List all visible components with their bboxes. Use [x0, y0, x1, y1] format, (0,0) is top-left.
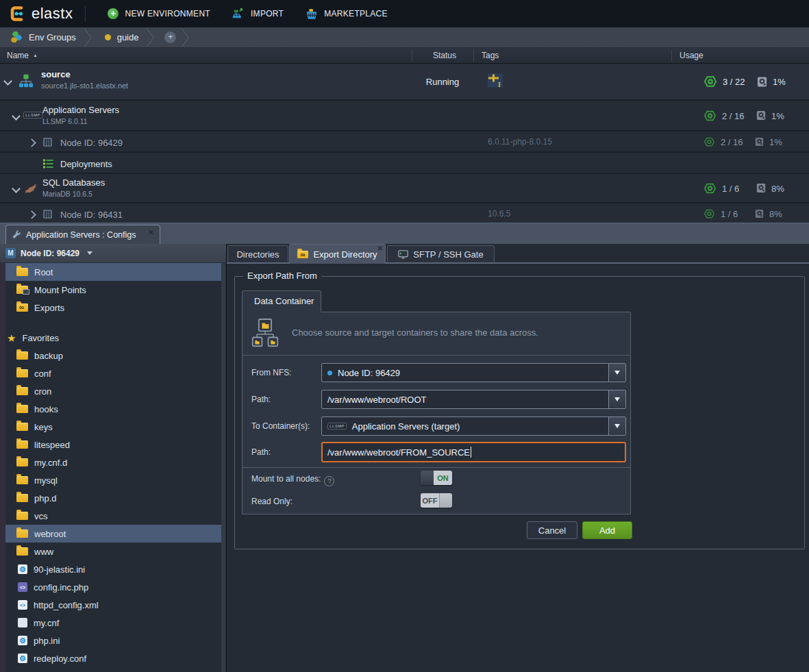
- configs-content: Directories Export Directory ✕ SFTP / SS…: [227, 244, 809, 672]
- tab-sftp-ssh-gate[interactable]: SFTP / SSH Gate: [387, 245, 495, 262]
- column-header-status[interactable]: Status: [433, 51, 456, 60]
- tree-folder-conf[interactable]: conf: [5, 364, 221, 382]
- collapse-chevron-icon[interactable]: [12, 184, 21, 193]
- tree-item-root[interactable]: Root: [5, 263, 221, 281]
- tree-folder-mysql[interactable]: mysql: [5, 471, 221, 489]
- tree-folder-php-d[interactable]: php.d: [5, 489, 221, 507]
- brand-logo[interactable]: elastx: [8, 4, 73, 23]
- source-path-combo[interactable]: /var/www/webroot/ROOT: [321, 390, 626, 409]
- tree-section-favorites[interactable]: ★ Favorites: [5, 329, 221, 347]
- app-window: elastx + NEW ENVIRONMENT IMPORT: [0, 0, 809, 672]
- column-header-usage[interactable]: Usage: [680, 51, 704, 60]
- chevron-down-icon: [87, 251, 92, 255]
- target-path-input[interactable]: /var/www/webroot/FROM_SOURCE: [321, 442, 626, 462]
- node-group-row-app-servers[interactable]: LLSMP Application Servers LLSMP 6.0.11 2…: [0, 99, 809, 130]
- tree-file-httpd-config-xml[interactable]: <>httpd_config.xml: [5, 596, 221, 614]
- tree-folder-keys[interactable]: keys: [5, 418, 221, 436]
- php-file-icon: <>: [18, 582, 27, 592]
- marketplace-button[interactable]: MARKETPLACE: [306, 8, 388, 20]
- deployments-row[interactable]: Deployments: [0, 151, 809, 173]
- add-env-group-button[interactable]: +: [164, 32, 176, 43]
- chevron-down-icon: [614, 424, 620, 428]
- node-group-row-sql[interactable]: SQL Databases MariaDB 10.6.5 1 / 6 8%: [0, 173, 809, 202]
- new-environment-button[interactable]: + NEW ENVIRONMENT: [108, 8, 210, 19]
- help-icon[interactable]: ?: [324, 476, 334, 486]
- close-icon[interactable]: ✕: [148, 228, 154, 237]
- add-button[interactable]: Add: [582, 521, 632, 539]
- from-nfs-combo[interactable]: Node ID: 96429: [321, 363, 626, 382]
- folder-icon: [16, 387, 28, 395]
- column-divider: [671, 49, 672, 62]
- breadcrumb-env-groups[interactable]: Env Groups: [0, 31, 86, 44]
- sort-asc-icon: ▲: [33, 53, 38, 58]
- configs-panel-tab[interactable]: Application Servers : Configs ✕: [5, 225, 160, 245]
- cloudlets-usage: 2 / 16: [722, 110, 756, 121]
- node-group-name: SQL Databases: [42, 177, 105, 188]
- node-badge-icon: M: [5, 248, 16, 258]
- read-only-toggle[interactable]: OFF: [421, 493, 452, 508]
- disk-usage: 1%: [771, 110, 784, 121]
- file-tree: Root Mount Points Exports ★ Favorites ba…: [5, 263, 221, 672]
- star-icon: ★: [7, 333, 16, 343]
- elastx-logo-icon: [8, 4, 27, 23]
- tab-data-container[interactable]: Data Container: [242, 290, 321, 312]
- env-domain: source1.jls-sto1.elastx.net: [41, 82, 128, 90]
- node-row-96429[interactable]: Node ID: 96429 6.0.11-php-8.0.15 2 / 16 …: [0, 130, 809, 151]
- cancel-button[interactable]: Cancel: [527, 521, 577, 539]
- tree-item-mount-points[interactable]: Mount Points: [5, 281, 221, 299]
- expand-chevron-icon[interactable]: [27, 210, 36, 219]
- file-tree-sidebar: M Node ID: 96429 Root Mount Points Expor…: [0, 244, 227, 672]
- region-flag-icon[interactable]: I: [488, 74, 503, 88]
- dropdown-button[interactable]: [608, 364, 625, 382]
- collapse-chevron-icon[interactable]: [3, 77, 12, 86]
- tree-folder-www[interactable]: www: [5, 543, 221, 560]
- breadcrumb-separator: [148, 28, 158, 47]
- column-header-tags[interactable]: Tags: [482, 51, 499, 60]
- mount-all-nodes-toggle[interactable]: ON: [421, 471, 452, 485]
- cloudlets-usage: 1 / 6: [722, 183, 756, 193]
- tree-item-exports[interactable]: Exports: [5, 299, 221, 316]
- cloudlets-icon: [704, 110, 716, 121]
- column-header-name[interactable]: Name▲: [7, 51, 38, 60]
- breadcrumb-guide[interactable]: guide: [95, 32, 149, 42]
- collapse-chevron-icon[interactable]: [12, 112, 21, 121]
- tree-folder-vcs[interactable]: vcs: [5, 507, 221, 525]
- tree-folder-backup[interactable]: backup: [5, 347, 221, 364]
- wrench-icon: [12, 230, 21, 240]
- tree-folder-litespeed[interactable]: litespeed: [5, 436, 221, 453]
- tab-directories[interactable]: Directories: [227, 245, 288, 262]
- file-icon: [18, 618, 27, 627]
- folder-icon: [16, 530, 28, 538]
- tree-file-config-inc-php[interactable]: <>config.inc.php: [5, 578, 221, 596]
- tree-folder-hooks[interactable]: hooks: [5, 400, 221, 418]
- breadcrumb-separator: [86, 28, 95, 47]
- folder-icon: [16, 405, 28, 413]
- env-row-source[interactable]: source source1.jls-sto1.elastx.net Runni…: [0, 64, 809, 99]
- mount-points-folder-icon: [16, 286, 28, 294]
- import-button[interactable]: IMPORT: [232, 8, 284, 20]
- tree-file-redeploy-conf[interactable]: ⚙redeploy.conf: [5, 649, 221, 667]
- configs-panel: M Node ID: 96429 Root Mount Points Expor…: [0, 244, 809, 672]
- node-row-96431[interactable]: Node ID: 96431 10.6.5 1 / 6 8%: [0, 202, 809, 223]
- node-id: Node ID: 96431: [60, 210, 123, 220]
- tab-export-directory[interactable]: Export Directory ✕: [289, 244, 386, 264]
- cloudlets-usage: 2 / 16: [721, 136, 755, 147]
- node-selector[interactable]: M Node ID: 96429: [0, 244, 226, 263]
- tree-scrollbar[interactable]: [221, 263, 225, 672]
- dropdown-button[interactable]: [608, 417, 625, 435]
- read-only-label: Read Only:: [251, 497, 293, 506]
- tree-file-90-jelastic-ini[interactable]: ⚙90-jelastic.ini: [5, 560, 221, 578]
- tree-file-php-ini[interactable]: ⚙php.ini: [5, 632, 221, 649]
- close-icon[interactable]: ✕: [377, 245, 383, 252]
- tree-folder-cron[interactable]: cron: [5, 382, 221, 400]
- cloudlets-icon: [704, 136, 714, 147]
- tree-folder-webroot[interactable]: webroot: [5, 525, 221, 543]
- import-tree-icon: [232, 8, 245, 20]
- tree-folder-my-cnf-d[interactable]: my.cnf.d: [5, 453, 221, 471]
- dropdown-button[interactable]: [608, 390, 625, 408]
- tree-file-my-cnf[interactable]: my.cnf: [5, 614, 221, 632]
- expand-chevron-icon[interactable]: [27, 138, 36, 147]
- to-containers-combo[interactable]: LLSMPApplication Servers (target): [321, 416, 626, 436]
- column-divider: [412, 49, 412, 62]
- folder-icon: [16, 458, 28, 466]
